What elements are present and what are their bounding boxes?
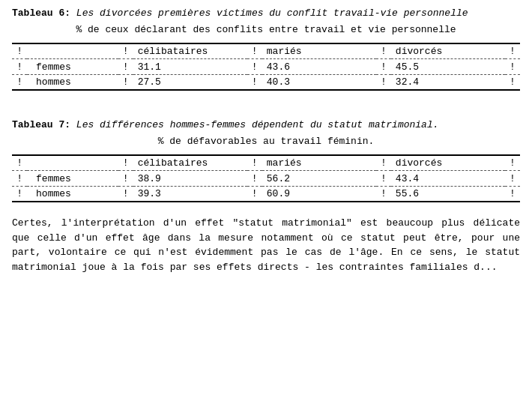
tableau6-num: 6: <box>58 7 70 19</box>
tableau6-section: Tableau 6: Les divorcées premières victi… <box>12 7 520 91</box>
tableau7-section: Tableau 7: Les différences hommes-femmes… <box>12 119 520 202</box>
tableau7-title-text: Les différences hommes-femmes dépendent … <box>76 119 439 130</box>
table-row: ! ! célibataires ! mariés ! divorcés ! <box>12 155 520 171</box>
tableau6-title: Tableau 6: Les divorcées premières victi… <box>12 7 520 19</box>
section-gap <box>12 104 520 119</box>
tableau7-subtitle: % de défavorables au travail féminin. <box>12 135 520 148</box>
table-row-hommes6: ! hommes ! 27.5 ! 40.3 ! 32.4 ! <box>12 75 520 89</box>
table-row <box>12 89 520 90</box>
tableau6-number: Tableau <box>12 7 53 19</box>
tableau6-table: ! ! célibataires ! mariés ! divorcés ! !… <box>12 43 520 91</box>
tableau6-subtitle: % de ceux déclarant des conflits entre t… <box>12 23 520 37</box>
table-row: ! ! célibataires ! mariés ! divorcés ! <box>12 43 520 59</box>
tableau7-number: Tableau <box>12 119 53 130</box>
table-row-femmes7: ! femmes ! 38.9 ! 56.2 ! 43.4 ! <box>12 172 520 187</box>
tableau7-title: Tableau 7: Les différences hommes-femmes… <box>12 119 520 130</box>
tableau7-num: 7: <box>58 119 70 130</box>
table-row-femmes6: ! femmes ! 31.1 ! 43.6 ! 45.5 ! <box>12 60 520 75</box>
table-row-hommes7: ! hommes ! 39.3 ! 60.9 ! 55.6 ! <box>12 187 520 201</box>
paragraph-text: Certes, l'interprétation d'un effet "sta… <box>12 216 520 274</box>
tableau6-title-text: Les divorcées premières victimes du conf… <box>76 7 468 19</box>
table-row <box>12 201 520 202</box>
tableau7-table: ! ! célibataires ! mariés ! divorcés ! !… <box>12 154 520 202</box>
